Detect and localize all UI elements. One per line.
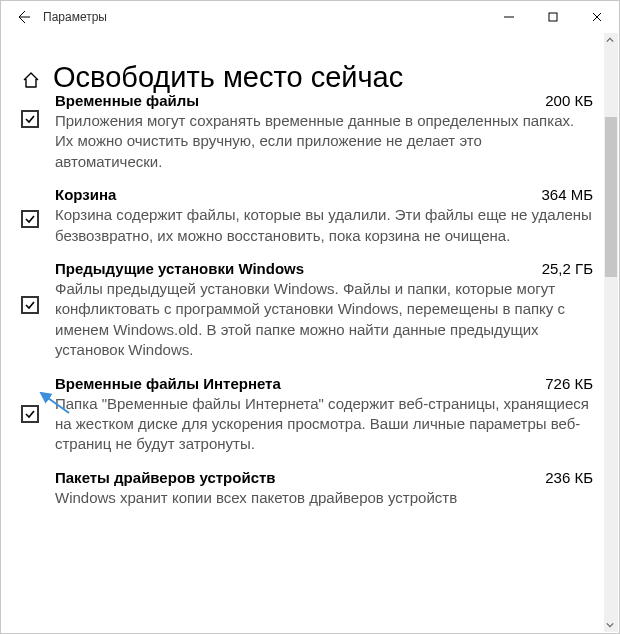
close-button[interactable] <box>575 1 619 33</box>
cleanup-item: Пакеты драйверов устройств 236 КБ Window… <box>21 469 599 508</box>
cleanup-item: Временные файлы Интернета 726 КБ Папка "… <box>21 375 599 455</box>
page-title: Освободить место сейчас <box>53 61 403 94</box>
item-desc: Корзина содержит файлы, которые вы удали… <box>55 205 593 246</box>
item-desc: Файлы предыдущей установки Windows. Файл… <box>55 279 593 361</box>
maximize-button[interactable] <box>531 1 575 33</box>
checkbox[interactable] <box>21 296 39 314</box>
item-size: 236 КБ <box>545 469 593 486</box>
scrollbar-track[interactable] <box>604 33 618 632</box>
item-size: 726 КБ <box>545 375 593 392</box>
home-icon[interactable] <box>21 70 43 92</box>
item-desc: Папка "Временные файлы Интернета" содерж… <box>55 394 593 455</box>
item-title: Временные файлы Интернета <box>55 375 533 392</box>
window-controls <box>487 1 619 33</box>
svg-rect-1 <box>549 13 557 21</box>
item-size: 25,2 ГБ <box>542 260 593 277</box>
item-size: 200 КБ <box>545 92 593 109</box>
titlebar: Параметры <box>1 1 619 33</box>
checkbox[interactable] <box>21 110 39 128</box>
cleanup-item: Временные файлы 200 КБ Приложения могут … <box>21 92 599 172</box>
window-title: Параметры <box>43 10 107 24</box>
item-size: 364 МБ <box>541 186 593 203</box>
item-desc: Приложения могут сохранять временные дан… <box>55 111 593 172</box>
content-area: Освободить место сейчас Временные файлы … <box>1 61 619 508</box>
page-header: Освободить место сейчас <box>21 61 599 94</box>
back-button[interactable] <box>9 1 37 33</box>
scroll-up-icon[interactable] <box>603 33 617 47</box>
scroll-down-icon[interactable] <box>603 618 617 632</box>
item-title: Корзина <box>55 186 529 203</box>
settings-window: Параметры Освободить место сейчас <box>0 0 620 634</box>
cleanup-item: Предыдущие установки Windows 25,2 ГБ Фай… <box>21 260 599 361</box>
checkbox[interactable] <box>21 210 39 228</box>
cleanup-item: Корзина 364 МБ Корзина содержит файлы, к… <box>21 186 599 246</box>
item-title: Временные файлы <box>55 92 533 109</box>
item-desc: Windows хранит копии всех пакетов драйве… <box>55 488 593 508</box>
cleanup-list: Временные файлы 200 КБ Приложения могут … <box>21 92 599 508</box>
item-title: Пакеты драйверов устройств <box>55 469 533 486</box>
minimize-button[interactable] <box>487 1 531 33</box>
scrollbar-thumb[interactable] <box>605 117 617 277</box>
checkbox[interactable] <box>21 405 39 423</box>
item-title: Предыдущие установки Windows <box>55 260 530 277</box>
